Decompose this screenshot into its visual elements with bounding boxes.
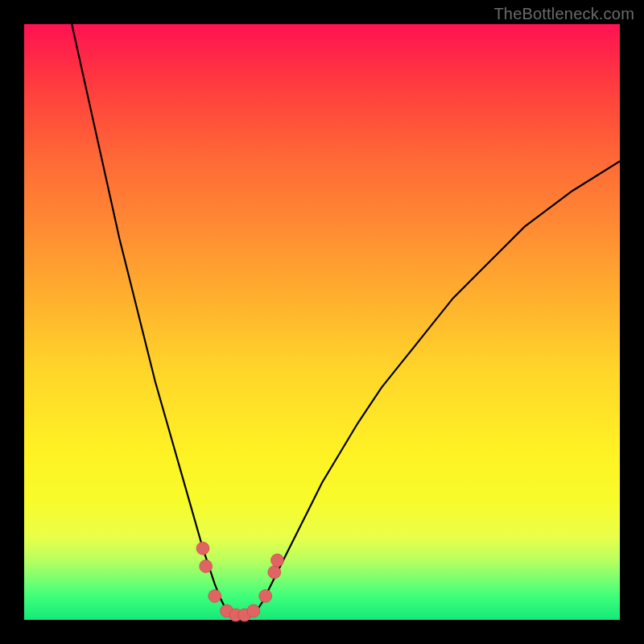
series-right-branch — [257, 161, 620, 611]
marker-point — [268, 566, 281, 579]
plot-area — [24, 24, 620, 620]
marker-group — [196, 542, 284, 621]
marker-point — [196, 542, 209, 555]
chart-svg — [24, 24, 620, 620]
marker-point — [271, 554, 284, 567]
marker-point — [200, 559, 213, 572]
series-left-branch — [72, 24, 226, 611]
watermark-text: TheBottleneck.com — [493, 5, 634, 23]
marker-point — [247, 605, 260, 617]
series-group — [72, 24, 620, 617]
marker-point — [259, 589, 272, 602]
marker-point — [208, 589, 221, 602]
outer-frame: TheBottleneck.com — [0, 0, 644, 644]
